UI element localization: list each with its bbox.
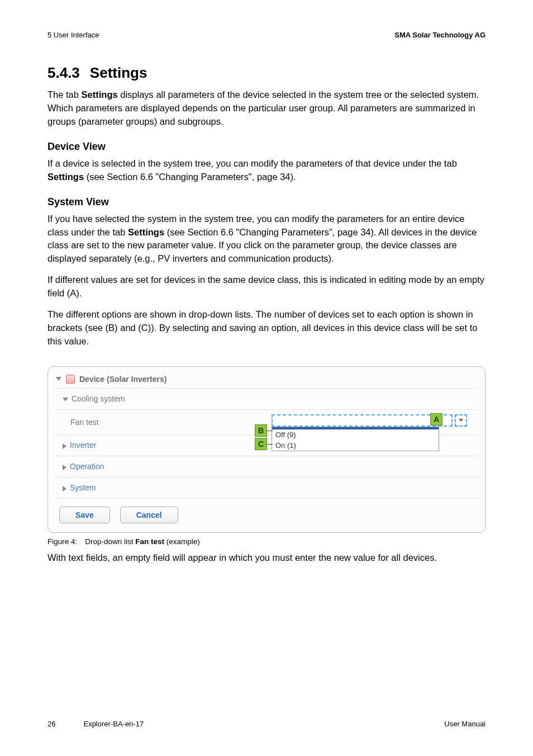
save-button[interactable]: Save [59,507,110,523]
closing-paragraph: With text fields, an empty field will ap… [47,551,486,565]
callout-b: B [255,424,267,437]
row-label-system: System [70,483,96,492]
dropdown-arrow-button[interactable] [455,414,467,427]
row-operation[interactable]: Operation [55,456,478,478]
doc-id: Explorer-BA-en-17 [83,720,144,728]
section-title: Settings [90,64,147,81]
section-number: 5.4.3 [47,64,80,82]
collapse-icon [63,465,66,470]
device-header-label: Device (Solar Inverters) [79,375,166,384]
fan-test-dropdown-menu: Off (9) On (1) [272,427,439,451]
dropdown-option-off[interactable]: Off (9) [272,429,439,440]
system-view-p3: The different options are shown in drop-… [47,308,486,348]
device-icon [66,375,75,384]
device-view-heading: Device View [47,141,486,153]
cancel-button[interactable]: Cancel [120,507,178,523]
header-company: SMA Solar Technology AG [394,31,486,39]
figure-ui-box: Device (Solar Inverters) Cooling system … [47,366,486,533]
row-cooling-system[interactable]: Cooling system [55,389,478,410]
fan-test-dropdown[interactable] [272,414,453,427]
dropdown-option-on[interactable]: On (1) [272,440,439,451]
expand-icon [63,398,68,401]
system-view-p2: If different values are set for devices … [47,273,486,300]
chevron-down-icon [459,419,463,422]
intro-paragraph: The tab Settings displays all parameters… [47,88,486,129]
system-view-heading: System View [47,196,486,208]
collapse-icon [63,486,66,492]
figure-caption: Figure 4:Drop-down list Fan test (exampl… [47,537,486,546]
callout-c: C [255,438,267,450]
callout-a: A [430,413,442,426]
row-label-operation: Operation [70,462,104,471]
row-label-fan-test: Fan test [70,418,227,427]
header-section: 5 User Interface [47,31,99,39]
page-number: 26 [47,720,55,728]
collapse-icon [63,443,66,449]
device-tree-header[interactable]: Device (Solar Inverters) [55,372,478,388]
row-system[interactable]: System [55,478,478,499]
system-view-p1: If you have selected the system in the s… [47,212,486,266]
page-title: 5.4.3Settings [47,64,486,82]
footer-right: User Manual [444,720,486,728]
expand-icon [56,377,61,381]
device-view-text: If a device is selected in the system tr… [47,157,486,184]
row-label-inverter: Inverter [70,441,96,450]
row-fan-test: Fan test A B C Off (9) On (1) [55,410,478,435]
row-label-cooling: Cooling system [72,394,125,403]
